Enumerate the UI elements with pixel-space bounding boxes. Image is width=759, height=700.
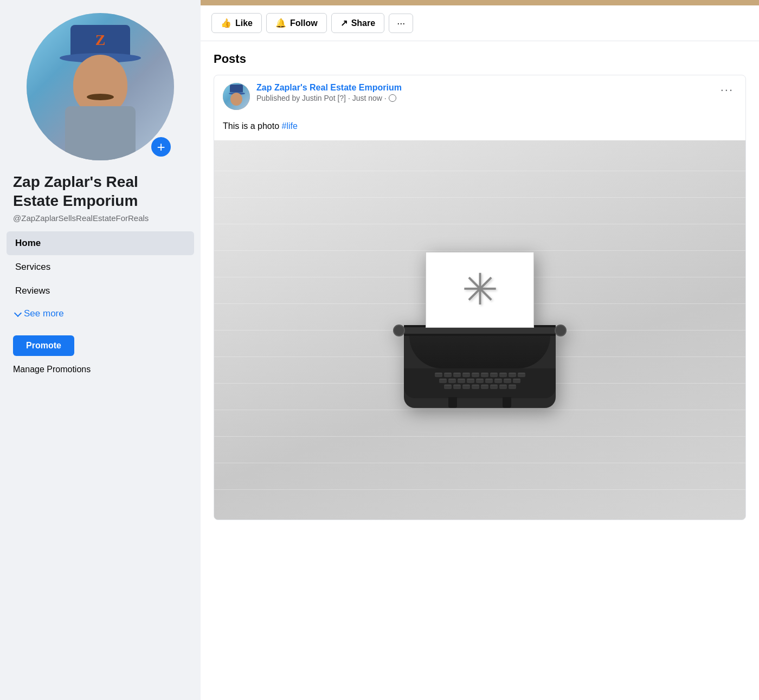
pin-key — [467, 379, 474, 383]
profile-photo-wrap: Z + — [0, 0, 201, 168]
post-text: This is a photo #life — [214, 118, 745, 140]
pin-key — [444, 385, 452, 389]
post-avatar-inner — [223, 83, 250, 110]
pin-key-row-3 — [409, 385, 550, 389]
pin-roller-knob-right — [555, 325, 567, 336]
pin-key — [453, 373, 461, 377]
thumbs-up-icon: 👍 — [221, 18, 231, 28]
hat-letter: Z — [95, 31, 106, 49]
post-author[interactable]: Zap Zaplar's Real Estate Emporium — [256, 83, 711, 93]
pin-key — [509, 373, 516, 377]
post-header: Zap Zaplar's Real Estate Emporium Publis… — [214, 75, 745, 118]
pin-key — [485, 379, 493, 383]
pin-keyboard — [404, 368, 556, 398]
pin-key — [462, 385, 470, 389]
profile-avatar-bg: Z — [27, 13, 174, 160]
promote-button[interactable]: Promote — [13, 335, 74, 356]
more-options-button[interactable]: ··· — [389, 14, 413, 33]
typewriter-pin: ✳ — [404, 252, 556, 408]
pin-paper: ✳ — [426, 252, 534, 328]
nav-item-home[interactable]: Home — [7, 231, 194, 255]
post-image: ✳ — [214, 140, 745, 520]
pin-key — [490, 385, 498, 389]
pin-type-mechanism — [409, 336, 550, 368]
nav-item-reviews[interactable]: Reviews — [7, 279, 194, 303]
manage-promotions-button[interactable]: Manage Promotions — [0, 362, 104, 377]
mini-head — [230, 93, 242, 106]
post-avatar — [223, 83, 250, 110]
post-hashtag[interactable]: #life — [282, 121, 298, 131]
pin-key — [481, 385, 488, 389]
sidebar: Z + Zap Zaplar — [0, 0, 201, 700]
pin-key — [504, 379, 511, 383]
main-content: 👍 Like 🔔 Follow ↗ Share ··· Posts — [201, 0, 759, 700]
pin-key — [476, 379, 484, 383]
pin-key — [444, 373, 452, 377]
post-card: Zap Zaplar's Real Estate Emporium Publis… — [214, 75, 746, 520]
post-meta: Zap Zaplar's Real Estate Emporium Publis… — [256, 83, 711, 102]
pin-key — [472, 385, 479, 389]
pin-body — [404, 325, 556, 408]
action-bar: 👍 Like 🔔 Follow ↗ Share ··· — [201, 5, 759, 41]
pin-key — [481, 373, 488, 377]
typewriter-background: ✳ — [214, 140, 745, 520]
pin-key — [513, 379, 520, 383]
see-more-button[interactable]: See more — [7, 304, 73, 323]
pin-key-row-1 — [409, 373, 550, 377]
like-label: Like — [235, 18, 253, 28]
pin-roller-rod — [396, 327, 564, 334]
person-figure: Z — [46, 20, 155, 160]
pin-key — [499, 385, 507, 389]
pin-legs — [404, 397, 556, 408]
cover-area — [201, 0, 759, 5]
bell-icon: 🔔 — [275, 18, 286, 28]
pin-key-row-2 — [409, 379, 550, 383]
pin-key — [448, 379, 456, 383]
nav-menu: Home Services Reviews — [0, 231, 201, 303]
share-button[interactable]: ↗ Share — [331, 13, 384, 33]
pin-key — [462, 373, 470, 377]
post-byline: Published by Justin Pot [?] · Just now · — [256, 94, 711, 102]
pin-key — [494, 379, 502, 383]
post-options-button[interactable]: ··· — [717, 83, 737, 97]
pin-roller-knob-left — [393, 325, 405, 336]
add-photo-button[interactable]: + — [150, 135, 172, 158]
like-button[interactable]: 👍 Like — [211, 13, 262, 33]
pin-key — [490, 373, 498, 377]
pin-asterisk-symbol: ✳ — [462, 268, 498, 312]
pin-key — [472, 373, 479, 377]
nav-item-services[interactable]: Services — [7, 255, 194, 279]
pin-key — [458, 379, 465, 383]
mustache — [87, 94, 114, 100]
pin-key — [439, 379, 447, 383]
share-icon: ↗ — [340, 18, 348, 28]
hat-crown: Z — [70, 25, 130, 56]
pin-leg-right — [503, 397, 511, 408]
pin-key — [435, 373, 442, 377]
posts-title: Posts — [214, 52, 746, 66]
globe-icon — [389, 94, 396, 102]
pin-key — [509, 385, 516, 389]
page-handle: @ZapZaplarSellsRealEstateForReals — [0, 212, 162, 231]
mini-hat-crown — [230, 85, 243, 92]
pin-leg-left — [448, 397, 457, 408]
pin-key — [453, 385, 461, 389]
share-label: Share — [351, 18, 375, 28]
body — [65, 106, 136, 160]
pin-key — [499, 373, 507, 377]
follow-button[interactable]: 🔔 Follow — [266, 13, 327, 33]
see-more-label: See more — [24, 308, 64, 319]
post-text-before-hashtag: This is a photo — [223, 121, 282, 131]
post-byline-text: Published by Justin Pot [?] · Just now · — [256, 94, 387, 102]
head — [73, 55, 127, 114]
posts-section: Posts Zap Zaplar' — [201, 41, 759, 531]
pin-key — [518, 373, 525, 377]
follow-label: Follow — [290, 18, 318, 28]
chevron-down-icon — [14, 309, 22, 316]
page-name: Zap Zaplar's Real Estate Emporium — [0, 168, 201, 212]
